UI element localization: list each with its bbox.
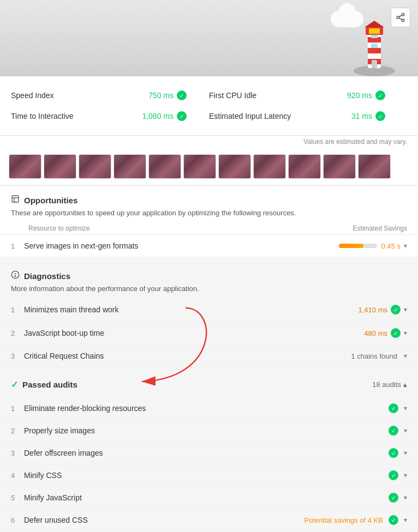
filmstrip-frame-5 xyxy=(148,154,181,179)
chevron-passed-1[interactable]: ▾ xyxy=(404,404,407,412)
passed-row-6[interactable]: 6 Defer unused CSS Potential savings of … xyxy=(0,509,418,531)
metric-time-to-interactive-label: Time to Interactive xyxy=(11,112,74,120)
diagnostic-value-3: 1 chains found xyxy=(351,352,397,360)
metric-input-latency-value: 31 ms ✓ xyxy=(351,111,385,121)
filmstrip-frame-1 xyxy=(9,154,41,179)
svg-marker-7 xyxy=(365,21,384,27)
diagnostics-section: Diagnostics More information about the p… xyxy=(0,257,418,532)
metrics-section: Speed Index 750 ms ✓ First CPU Idle 920 … xyxy=(0,76,418,136)
svg-point-12 xyxy=(397,16,399,19)
diagnostic-row-2[interactable]: 2 JavaScript boot-up time 480 ms ✓ ▾ xyxy=(0,322,418,345)
diagnostic-value-2: 480 ms xyxy=(364,329,387,337)
svg-point-11 xyxy=(402,14,404,16)
filmstrip xyxy=(0,150,418,186)
check-icon-first-cpu-idle: ✓ xyxy=(375,90,385,100)
diagnostic-label-2: JavaScript boot-up time xyxy=(24,329,364,337)
svg-line-14 xyxy=(399,18,402,20)
savings-value-1: 0.45 s xyxy=(381,242,401,250)
passed-row-2-icons: ✓ ▾ xyxy=(389,426,407,436)
diagnostics-description: More information about the performance o… xyxy=(0,283,418,298)
diagnostic-row-3[interactable]: 3 Critical Request Chains 1 chains found… xyxy=(0,345,418,367)
svg-rect-10 xyxy=(371,35,378,38)
check-icon-tti: ✓ xyxy=(177,111,187,121)
table-header-resource: Resource to optimize xyxy=(28,225,90,232)
passed-audits-count-area: 18 audits ▴ xyxy=(372,380,407,389)
check-icon-passed-1: ✓ xyxy=(389,403,398,413)
passed-row-6-icons: Potential savings of 4 KB ✓ ▾ xyxy=(304,515,407,525)
lighthouse-illustration xyxy=(353,16,396,76)
passed-audits-header[interactable]: ✓ Passed audits 18 audits ▴ xyxy=(0,372,418,397)
savings-bar-container-1: 0.45 s xyxy=(339,242,401,250)
diagnostic-label-1: Minimizes main thread work xyxy=(24,305,359,314)
check-icon-input-latency: ✓ xyxy=(375,111,385,121)
metric-first-cpu-idle-label: First CPU Idle xyxy=(209,91,256,100)
opportunities-title: Opportunities xyxy=(24,196,77,205)
filmstrip-frame-10 xyxy=(323,154,356,179)
passed-row-3[interactable]: 3 Defer offscreen images ✓ ▾ xyxy=(0,442,418,464)
svg-rect-6 xyxy=(369,28,380,34)
passed-label-4: Minify CSS xyxy=(24,471,389,480)
svg-point-22 xyxy=(15,276,15,276)
chevron-icon-1[interactable]: ▾ xyxy=(404,242,407,250)
passed-audits-count: 18 audits xyxy=(372,380,401,389)
check-icon-passed-3: ✓ xyxy=(389,448,398,458)
chevron-diag-2[interactable]: ▾ xyxy=(404,329,407,337)
passed-row-1-icons: ✓ ▾ xyxy=(389,403,407,413)
svg-rect-9 xyxy=(371,44,378,48)
check-icon-passed-2: ✓ xyxy=(389,426,398,436)
passed-savings-6: Potential savings of 4 KB xyxy=(304,516,383,524)
check-icon-diag-1: ✓ xyxy=(391,305,401,315)
opportunity-label-1: Serve images in next-gen formats xyxy=(24,241,339,250)
passed-audits-title: Passed audits xyxy=(22,380,77,389)
metric-speed-index-value: 750 ms ✓ xyxy=(148,90,187,100)
check-icon-passed-5: ✓ xyxy=(389,493,398,503)
diagnostic-row-1[interactable]: 1 Minimizes main thread work 1,410 ms ✓ … xyxy=(0,298,418,322)
opportunities-description: These are opportunities to speed up your… xyxy=(0,208,418,222)
passed-row-5[interactable]: 5 Minify JavaScript ✓ ▾ xyxy=(0,487,418,509)
svg-point-13 xyxy=(402,19,404,22)
passed-label-6: Defer unused CSS xyxy=(24,516,304,524)
estimate-note: Values are estimated and may vary. xyxy=(0,136,418,150)
passed-row-3-icons: ✓ ▾ xyxy=(389,448,407,458)
filmstrip-frame-9 xyxy=(288,154,321,179)
filmstrip-frame-2 xyxy=(44,154,76,179)
savings-bar-fill-1 xyxy=(339,244,364,248)
diagnostic-number-1: 1 xyxy=(11,306,24,314)
chevron-diag-3[interactable]: ▾ xyxy=(404,352,407,360)
passed-label-2: Properly size images xyxy=(24,426,389,435)
svg-rect-8 xyxy=(372,60,377,68)
chevron-passed-header[interactable]: ▴ xyxy=(403,380,407,389)
diagnostic-number-3: 3 xyxy=(11,352,24,360)
metric-first-cpu-idle: First CPU Idle 920 ms ✓ xyxy=(209,85,407,106)
share-button[interactable] xyxy=(391,8,410,27)
opportunities-header: Opportunities xyxy=(0,186,418,208)
filmstrip-frame-8 xyxy=(253,154,286,179)
check-icon-passed-6: ✓ xyxy=(389,515,398,525)
check-mark-icon: ✓ xyxy=(11,379,18,390)
diagnostics-header: Diagnostics xyxy=(0,262,418,283)
passed-row-4[interactable]: 4 Minify CSS ✓ ▾ xyxy=(0,464,418,487)
chevron-passed-2[interactable]: ▾ xyxy=(404,427,407,434)
passed-row-2[interactable]: 2 Properly size images ✓ ▾ xyxy=(0,420,418,442)
opportunities-icon xyxy=(11,195,20,205)
metric-speed-index: Speed Index 750 ms ✓ xyxy=(11,85,209,106)
passed-row-1[interactable]: 1 Eliminate render-blocking resources ✓ … xyxy=(0,397,418,420)
check-icon-speed-index: ✓ xyxy=(177,90,187,100)
check-icon-diag-2: ✓ xyxy=(391,328,401,338)
hero-section xyxy=(0,0,418,76)
passed-label-3: Defer offscreen images xyxy=(24,449,389,457)
opportunity-row-1[interactable]: 1 Serve images in next-gen formats 0.45 … xyxy=(0,235,418,257)
chevron-passed-4[interactable]: ▾ xyxy=(404,471,407,479)
opportunities-section: Opportunities These are opportunities to… xyxy=(0,186,418,257)
chevron-passed-6[interactable]: ▾ xyxy=(404,516,407,524)
chevron-passed-3[interactable]: ▾ xyxy=(404,449,407,457)
passed-row-4-icons: ✓ ▾ xyxy=(389,470,407,480)
filmstrip-frame-4 xyxy=(114,154,146,179)
svg-rect-3 xyxy=(368,48,381,53)
opportunity-number-1: 1 xyxy=(11,242,24,250)
metric-time-to-interactive: Time to Interactive 1,080 ms ✓ xyxy=(11,106,209,126)
chevron-passed-5[interactable]: ▾ xyxy=(404,494,407,501)
chevron-diag-1[interactable]: ▾ xyxy=(404,306,407,313)
metric-first-cpu-idle-value: 920 ms ✓ xyxy=(347,90,385,100)
diagnostic-label-3: Critical Request Chains xyxy=(24,352,351,360)
